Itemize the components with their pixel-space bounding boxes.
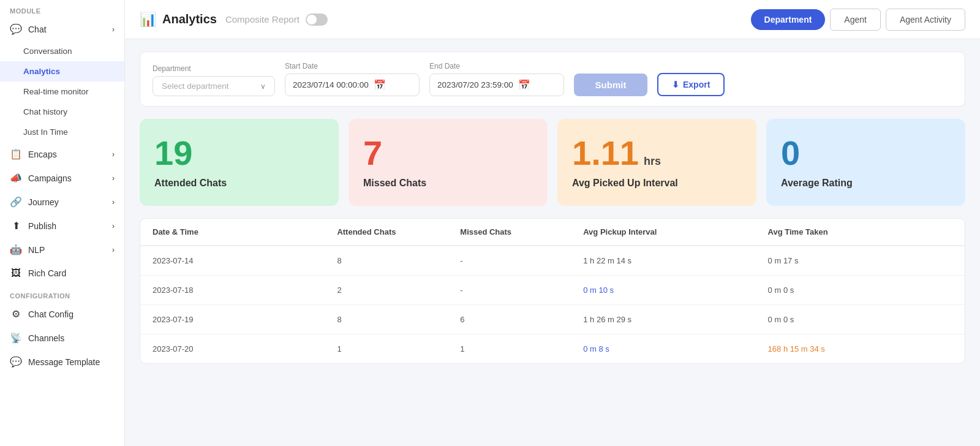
cell-avgtimetaken-1: 0 m 0 s: [768, 285, 952, 295]
end-date-value: 2023/07/20 23:59:00: [437, 80, 513, 89]
sidebar-justintime-label: Just In Time: [23, 127, 68, 137]
chatconfig-icon: ⚙: [10, 308, 22, 320]
sidebar-conversation-label: Conversation: [23, 47, 72, 56]
journey-icon: 🔗: [10, 196, 22, 208]
department-placeholder: Select department: [162, 81, 229, 91]
campaigns-icon: 📣: [10, 172, 22, 184]
publish-icon: ⬆: [10, 220, 22, 232]
cell-avgpickup-3: 0 m 8 s: [583, 344, 767, 353]
cell-avgtimetaken-2: 0 m 0 s: [768, 315, 952, 324]
cell-missed-0: -: [460, 256, 583, 265]
config-label: CONFIGURATION: [0, 285, 124, 302]
avg-interval-number: 1.11: [572, 136, 639, 170]
sidebar-item-journey[interactable]: 🔗 Journey ›: [0, 190, 124, 214]
chat-icon: 💬: [10, 23, 22, 35]
sidebar-campaigns-label: Campaigns: [28, 173, 72, 183]
cell-date-2: 2023-07-19: [153, 315, 337, 324]
cell-date-1: 2023-07-18: [153, 285, 337, 295]
stats-row: 19 Attended Chats 7 Missed Chats 1.11 hr…: [140, 119, 965, 206]
cell-avgpickup-2: 1 h 26 m 29 s: [583, 315, 767, 324]
col-header-attended: Attended Chats: [337, 227, 460, 236]
sidebar-item-chatconfig[interactable]: ⚙ Chat Config: [0, 302, 124, 326]
sidebar-item-realtime[interactable]: Real-time monitor: [0, 81, 124, 102]
topbar-subtitle: Composite Report: [225, 14, 300, 25]
cell-attended-3: 1: [337, 344, 460, 353]
download-icon: ⬇: [672, 80, 679, 89]
chevron-right-icon-encaps: ›: [112, 150, 115, 159]
export-button[interactable]: ⬇ Export: [657, 73, 725, 96]
end-date-picker[interactable]: 2023/07/20 23:59:00 📅: [429, 74, 564, 96]
col-header-missed: Missed Chats: [460, 227, 583, 236]
table-row: 2023-07-20 1 1 0 m 8 s 168 h 15 m 34 s: [140, 334, 965, 363]
cell-date-0: 2023-07-14: [153, 256, 337, 265]
calendar-icon-start: 📅: [374, 79, 386, 91]
sidebar-encaps-label: Encaps: [28, 149, 57, 159]
export-label: Export: [683, 80, 710, 89]
sidebar-item-chathistory[interactable]: Chat history: [0, 102, 124, 122]
agent-activity-button[interactable]: Agent Activity: [886, 9, 965, 31]
department-button[interactable]: Department: [751, 9, 826, 30]
start-date-label: Start Date: [285, 62, 420, 70]
sidebar-item-conversation[interactable]: Conversation: [0, 41, 124, 61]
cell-avgpickup-0: 1 h 22 m 14 s: [583, 256, 767, 265]
sidebar-publish-label: Publish: [28, 221, 56, 231]
sidebar-realtime-label: Real-time monitor: [23, 87, 89, 96]
chevron-right-icon-journey: ›: [112, 198, 115, 206]
sidebar-item-chat[interactable]: 💬 Chat ›: [0, 17, 124, 41]
sidebar-item-publish[interactable]: ⬆ Publish ›: [0, 214, 124, 238]
chevron-right-icon-nlp: ›: [112, 246, 115, 254]
sidebar-chatconfig-label: Chat Config: [28, 309, 74, 319]
end-date-filter-group: End Date 2023/07/20 23:59:00 📅: [429, 62, 564, 96]
sidebar-nlp-label: NLP: [28, 245, 45, 255]
sidebar-item-nlp[interactable]: 🤖 NLP ›: [0, 238, 124, 262]
missed-chats-number: 7: [363, 136, 382, 170]
cell-attended-1: 2: [337, 285, 460, 295]
main-content: 📊 Analytics Composite Report Department …: [125, 0, 980, 446]
sidebar-messagetemplate-label: Message Template: [28, 357, 100, 367]
sidebar-journey-label: Journey: [28, 197, 59, 207]
chevron-right-icon-publish: ›: [112, 222, 115, 230]
encaps-icon: 📋: [10, 148, 22, 160]
department-select[interactable]: Select department ∨: [153, 76, 275, 96]
sidebar-item-justintime[interactable]: Just In Time: [0, 122, 124, 142]
stat-card-attended: 19 Attended Chats: [140, 119, 339, 206]
department-filter-group: Department Select department ∨: [153, 64, 275, 96]
page-title: Analytics: [162, 12, 217, 26]
cell-attended-0: 8: [337, 256, 460, 265]
cell-attended-2: 8: [337, 315, 460, 324]
start-date-filter-group: Start Date 2023/07/14 00:00:00 📅: [285, 62, 420, 96]
attended-chats-number: 19: [154, 136, 192, 170]
topbar: 📊 Analytics Composite Report Department …: [125, 0, 980, 39]
col-header-avgtimetaken: Avg Time Taken: [768, 227, 952, 236]
calendar-icon-end: 📅: [518, 79, 530, 91]
agent-button[interactable]: Agent: [830, 9, 881, 31]
avg-interval-hrs: hrs: [644, 155, 661, 168]
sidebar-item-analytics[interactable]: Analytics: [0, 61, 124, 81]
messagetemplate-icon: 💬: [10, 356, 22, 368]
topbar-actions: Department Agent Agent Activity: [751, 9, 965, 31]
sidebar: MODULE 💬 Chat › Conversation Analytics R…: [0, 0, 125, 446]
submit-button[interactable]: Submit: [574, 74, 647, 96]
avg-rating-number: 0: [781, 136, 800, 170]
start-date-picker[interactable]: 2023/07/14 00:00:00 📅: [285, 74, 420, 96]
stat-card-avginterval: 1.11 hrs Avg Picked Up Interval: [557, 119, 756, 206]
composite-report-toggle[interactable]: [306, 13, 328, 26]
cell-avgtimetaken-0: 0 m 17 s: [768, 256, 952, 265]
chevron-down-icon: ∨: [260, 82, 266, 91]
sidebar-analytics-label: Analytics: [23, 67, 60, 76]
sidebar-item-campaigns[interactable]: 📣 Campaigns ›: [0, 166, 124, 190]
analytics-icon: 📊: [140, 12, 156, 28]
stat-card-missed: 7 Missed Chats: [349, 119, 548, 206]
content-area: Department Select department ∨ Start Dat…: [125, 39, 980, 446]
col-header-avgpickup: Avg Pickup Interval: [583, 227, 767, 236]
sidebar-item-channels[interactable]: 📡 Channels: [0, 326, 124, 350]
end-date-label: End Date: [429, 62, 564, 70]
module-label: MODULE: [0, 0, 124, 17]
sidebar-item-richcard[interactable]: 🖼 Rich Card: [0, 262, 124, 285]
avg-rating-label: Average Rating: [781, 178, 951, 189]
sidebar-channels-label: Channels: [28, 333, 64, 343]
sidebar-item-encaps[interactable]: 📋 Encaps ›: [0, 142, 124, 166]
stat-card-rating: 0 Average Rating: [766, 119, 965, 206]
table-row: 2023-07-14 8 - 1 h 22 m 14 s 0 m 17 s: [140, 246, 965, 276]
sidebar-item-messagetemplate[interactable]: 💬 Message Template: [0, 350, 124, 374]
